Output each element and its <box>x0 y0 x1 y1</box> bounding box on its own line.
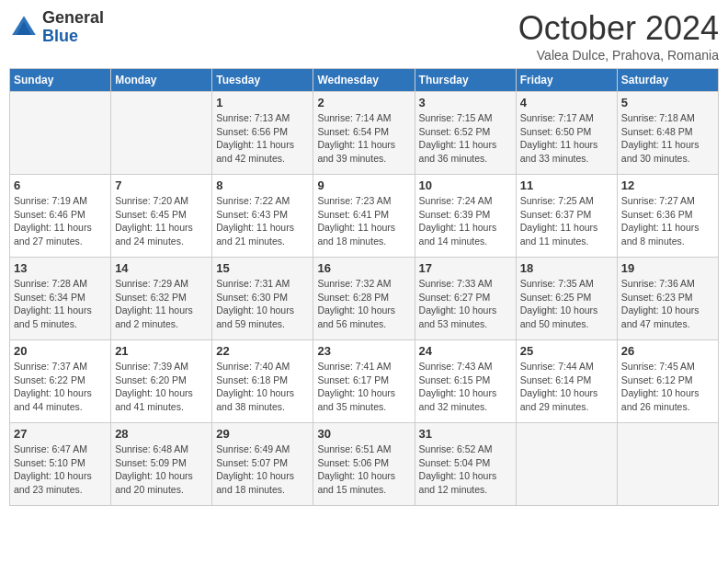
day-number: 24 <box>419 344 512 358</box>
day-info: Sunrise: 7:15 AM Sunset: 6:52 PM Dayligh… <box>419 111 512 166</box>
day-info: Sunrise: 7:20 AM Sunset: 6:45 PM Dayligh… <box>115 194 208 248</box>
calendar-day-cell: 12Sunrise: 7:27 AM Sunset: 6:36 PM Dayli… <box>617 175 718 258</box>
calendar-week-row: 20Sunrise: 7:37 AM Sunset: 6:22 PM Dayli… <box>10 340 719 423</box>
day-number: 4 <box>520 96 613 109</box>
calendar-day-cell: 1Sunrise: 7:13 AM Sunset: 6:56 PM Daylig… <box>212 92 313 175</box>
weekday-header-cell: Thursday <box>415 69 516 92</box>
calendar-day-cell: 3Sunrise: 7:15 AM Sunset: 6:52 PM Daylig… <box>415 92 516 175</box>
calendar-week-row: 27Sunrise: 6:47 AM Sunset: 5:10 PM Dayli… <box>10 423 719 506</box>
logo: General Blue <box>9 9 104 46</box>
calendar-week-row: 6Sunrise: 7:19 AM Sunset: 6:46 PM Daylig… <box>10 175 719 258</box>
day-info: Sunrise: 7:18 AM Sunset: 6:48 PM Dayligh… <box>621 111 714 166</box>
weekday-header-cell: Saturday <box>617 69 718 92</box>
day-number: 15 <box>216 261 309 275</box>
calendar-day-cell <box>617 423 718 506</box>
calendar-day-cell: 27Sunrise: 6:47 AM Sunset: 5:10 PM Dayli… <box>10 423 111 506</box>
day-number: 25 <box>520 344 613 358</box>
day-number: 6 <box>14 178 107 192</box>
calendar-day-cell: 20Sunrise: 7:37 AM Sunset: 6:22 PM Dayli… <box>10 340 111 423</box>
day-number: 3 <box>419 96 512 109</box>
day-info: Sunrise: 7:13 AM Sunset: 6:56 PM Dayligh… <box>216 111 309 166</box>
calendar-day-cell: 19Sunrise: 7:36 AM Sunset: 6:23 PM Dayli… <box>617 258 718 340</box>
weekday-header-cell: Monday <box>111 69 212 92</box>
day-number: 19 <box>621 261 714 275</box>
day-info: Sunrise: 7:28 AM Sunset: 6:34 PM Dayligh… <box>14 277 107 331</box>
logo-general: General <box>42 8 104 27</box>
weekday-header-cell: Sunday <box>10 69 111 92</box>
calendar-day-cell: 2Sunrise: 7:14 AM Sunset: 6:54 PM Daylig… <box>313 92 415 175</box>
calendar-day-cell: 11Sunrise: 7:25 AM Sunset: 6:37 PM Dayli… <box>516 175 617 258</box>
day-info: Sunrise: 6:47 AM Sunset: 5:10 PM Dayligh… <box>14 442 107 497</box>
calendar-day-cell: 7Sunrise: 7:20 AM Sunset: 6:45 PM Daylig… <box>111 175 212 258</box>
weekday-header-row: SundayMondayTuesdayWednesdayThursdayFrid… <box>10 69 719 92</box>
day-info: Sunrise: 7:41 AM Sunset: 6:17 PM Dayligh… <box>317 360 410 414</box>
calendar-body: 1Sunrise: 7:13 AM Sunset: 6:56 PM Daylig… <box>10 92 719 506</box>
calendar-table: SundayMondayTuesdayWednesdayThursdayFrid… <box>9 68 719 506</box>
day-number: 21 <box>115 344 208 358</box>
calendar-day-cell: 5Sunrise: 7:18 AM Sunset: 6:48 PM Daylig… <box>617 92 718 175</box>
logo-text: General Blue <box>42 9 104 46</box>
calendar-day-cell: 6Sunrise: 7:19 AM Sunset: 6:46 PM Daylig… <box>10 175 111 258</box>
day-info: Sunrise: 6:49 AM Sunset: 5:07 PM Dayligh… <box>216 442 309 497</box>
day-number: 14 <box>115 261 208 275</box>
page-header: General Blue October 2024 Valea Dulce, P… <box>9 9 719 63</box>
day-number: 29 <box>216 427 309 441</box>
day-number: 10 <box>419 178 512 192</box>
day-info: Sunrise: 7:44 AM Sunset: 6:14 PM Dayligh… <box>520 360 613 414</box>
calendar-day-cell: 14Sunrise: 7:29 AM Sunset: 6:32 PM Dayli… <box>111 258 212 340</box>
weekday-header-cell: Tuesday <box>212 69 313 92</box>
day-number: 22 <box>216 344 309 358</box>
calendar-day-cell: 17Sunrise: 7:33 AM Sunset: 6:27 PM Dayli… <box>415 258 516 340</box>
calendar-day-cell: 29Sunrise: 6:49 AM Sunset: 5:07 PM Dayli… <box>212 423 313 506</box>
day-info: Sunrise: 7:24 AM Sunset: 6:39 PM Dayligh… <box>419 194 512 248</box>
day-info: Sunrise: 7:25 AM Sunset: 6:37 PM Dayligh… <box>520 194 613 248</box>
day-number: 31 <box>419 427 512 441</box>
calendar-day-cell: 26Sunrise: 7:45 AM Sunset: 6:12 PM Dayli… <box>617 340 718 423</box>
calendar-day-cell: 30Sunrise: 6:51 AM Sunset: 5:06 PM Dayli… <box>313 423 415 506</box>
calendar-day-cell: 23Sunrise: 7:41 AM Sunset: 6:17 PM Dayli… <box>313 340 415 423</box>
day-number: 5 <box>621 96 714 109</box>
day-info: Sunrise: 7:14 AM Sunset: 6:54 PM Dayligh… <box>317 111 410 166</box>
calendar-day-cell: 22Sunrise: 7:40 AM Sunset: 6:18 PM Dayli… <box>212 340 313 423</box>
calendar-day-cell: 9Sunrise: 7:23 AM Sunset: 6:41 PM Daylig… <box>313 175 415 258</box>
calendar-day-cell: 10Sunrise: 7:24 AM Sunset: 6:39 PM Dayli… <box>415 175 516 258</box>
day-info: Sunrise: 7:19 AM Sunset: 6:46 PM Dayligh… <box>14 194 107 248</box>
day-info: Sunrise: 7:27 AM Sunset: 6:36 PM Dayligh… <box>621 194 714 248</box>
day-number: 16 <box>317 261 410 275</box>
day-number: 13 <box>14 261 107 275</box>
calendar-day-cell: 15Sunrise: 7:31 AM Sunset: 6:30 PM Dayli… <box>212 258 313 340</box>
day-number: 7 <box>115 178 208 192</box>
day-number: 27 <box>14 427 107 441</box>
day-info: Sunrise: 7:39 AM Sunset: 6:20 PM Dayligh… <box>115 360 208 414</box>
weekday-header-cell: Friday <box>516 69 617 92</box>
calendar-day-cell: 21Sunrise: 7:39 AM Sunset: 6:20 PM Dayli… <box>111 340 212 423</box>
location-subtitle: Valea Dulce, Prahova, Romania <box>518 48 719 63</box>
day-number: 28 <box>115 427 208 441</box>
day-info: Sunrise: 7:37 AM Sunset: 6:22 PM Dayligh… <box>14 360 107 414</box>
day-number: 1 <box>216 96 309 109</box>
calendar-day-cell: 24Sunrise: 7:43 AM Sunset: 6:15 PM Dayli… <box>415 340 516 423</box>
month-title: October 2024 <box>518 9 719 48</box>
day-info: Sunrise: 7:45 AM Sunset: 6:12 PM Dayligh… <box>621 360 714 414</box>
calendar-day-cell: 4Sunrise: 7:17 AM Sunset: 6:50 PM Daylig… <box>516 92 617 175</box>
calendar-day-cell <box>10 92 111 175</box>
day-number: 23 <box>317 344 410 358</box>
day-number: 8 <box>216 178 309 192</box>
logo-icon <box>9 13 39 42</box>
day-info: Sunrise: 7:33 AM Sunset: 6:27 PM Dayligh… <box>419 277 512 331</box>
day-number: 30 <box>317 427 410 441</box>
day-number: 20 <box>14 344 107 358</box>
calendar-day-cell: 31Sunrise: 6:52 AM Sunset: 5:04 PM Dayli… <box>415 423 516 506</box>
day-info: Sunrise: 7:32 AM Sunset: 6:28 PM Dayligh… <box>317 277 410 331</box>
day-number: 12 <box>621 178 714 192</box>
calendar-day-cell: 28Sunrise: 6:48 AM Sunset: 5:09 PM Dayli… <box>111 423 212 506</box>
day-info: Sunrise: 7:31 AM Sunset: 6:30 PM Dayligh… <box>216 277 309 331</box>
day-info: Sunrise: 6:51 AM Sunset: 5:06 PM Dayligh… <box>317 442 410 497</box>
day-info: Sunrise: 7:23 AM Sunset: 6:41 PM Dayligh… <box>317 194 410 248</box>
title-block: October 2024 Valea Dulce, Prahova, Roman… <box>518 9 719 63</box>
day-info: Sunrise: 7:22 AM Sunset: 6:43 PM Dayligh… <box>216 194 309 248</box>
calendar-day-cell: 18Sunrise: 7:35 AM Sunset: 6:25 PM Dayli… <box>516 258 617 340</box>
calendar-day-cell <box>516 423 617 506</box>
day-info: Sunrise: 7:29 AM Sunset: 6:32 PM Dayligh… <box>115 277 208 331</box>
calendar-week-row: 1Sunrise: 7:13 AM Sunset: 6:56 PM Daylig… <box>10 92 719 175</box>
